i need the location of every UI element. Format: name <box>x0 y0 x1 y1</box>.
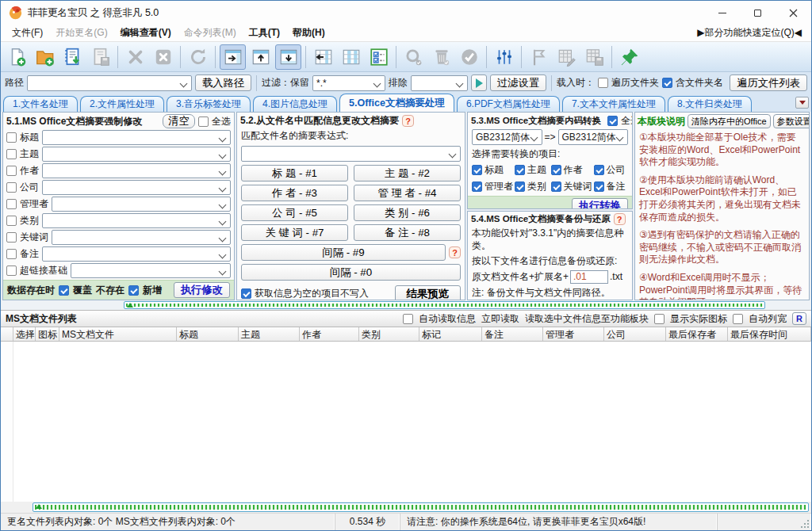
column-header-icon[interactable]: 图标 <box>36 327 59 341</box>
convert-title-checkbox[interactable] <box>472 165 482 175</box>
title-checkbox[interactable] <box>6 132 17 143</box>
quick-locate-label[interactable]: ▶部分功能快速定位(Q)◀ <box>697 26 806 40</box>
traverse-folders-label[interactable]: 遍历文件夹 <box>611 76 659 90</box>
recycle-button[interactable] <box>428 44 454 70</box>
category-checkbox[interactable] <box>6 216 17 226</box>
insert-gap0-button[interactable]: 间隔 - #0 <box>241 264 461 281</box>
column-header-company[interactable]: 公司 <box>604 327 666 341</box>
execute-convert-button[interactable]: 执行转换 <box>572 198 628 209</box>
convert-comments-checkbox[interactable] <box>594 181 604 192</box>
pin-button[interactable] <box>616 44 642 70</box>
keywords-combobox[interactable] <box>52 230 231 245</box>
column-header-last-save-time[interactable]: 最后保存时间 <box>728 327 811 341</box>
auto-column-width-label[interactable]: 自动列宽 <box>749 312 787 326</box>
filters-button[interactable] <box>491 44 517 70</box>
minimize-button[interactable] <box>704 1 740 25</box>
subject-combobox[interactable] <box>42 147 231 162</box>
path-combobox[interactable] <box>27 75 192 91</box>
parameter-settings-button[interactable]: 参数设置 <box>773 114 810 128</box>
menu-edit-view[interactable]: 编辑查看(V) <box>114 25 178 41</box>
table-horizontal-scrollbar[interactable] <box>33 502 809 512</box>
hyperlink-base-combobox[interactable] <box>71 263 231 278</box>
column-header-title[interactable]: 标题 <box>177 327 239 341</box>
panel-up-button[interactable] <box>247 44 274 70</box>
close-button[interactable] <box>776 1 811 25</box>
read-now-link[interactable]: 立即读取 <box>481 312 519 326</box>
columns-left-button[interactable] <box>310 44 336 70</box>
comments-combobox[interactable] <box>42 246 231 262</box>
convert-category-checkbox[interactable] <box>515 181 525 192</box>
convert-company-checkbox[interactable] <box>594 165 604 175</box>
tab-filename[interactable]: 1.文件名处理 <box>3 96 78 112</box>
hyperlink-base-checkbox[interactable] <box>6 266 17 276</box>
column-header-author[interactable]: 作者 <box>300 327 359 341</box>
insert-company-button[interactable]: 公 司 - #5 <box>241 204 348 221</box>
overwrite-checkbox-5-1[interactable] <box>59 285 69 296</box>
edit-table-button[interactable] <box>553 44 580 70</box>
include-folder-name-checkbox[interactable] <box>662 78 672 88</box>
search-button[interactable] <box>400 44 427 70</box>
tab-music-tags[interactable]: 3.音乐标签处理 <box>167 96 251 112</box>
insert-subject-button[interactable]: 主 题 - #2 <box>354 165 461 181</box>
preview-button[interactable]: 结果预览 <box>395 285 461 300</box>
panel-right-button[interactable] <box>220 44 246 70</box>
column-header-select[interactable]: 选择 <box>13 327 36 341</box>
help-icon-5-2[interactable]: ? <box>402 115 414 127</box>
author-checkbox[interactable] <box>6 166 17 176</box>
apply-filter-button[interactable] <box>471 74 487 91</box>
menu-file[interactable]: 文件(F) <box>6 25 49 41</box>
panels-scrollbar-thumb[interactable] <box>126 304 763 307</box>
menu-tools[interactable]: 工具(T) <box>243 25 286 41</box>
import-list-button[interactable] <box>59 44 86 70</box>
execute-modify-button-5-1[interactable]: 执行修改 <box>174 282 230 298</box>
traverse-folders-checkbox[interactable] <box>598 78 608 88</box>
expression-combobox[interactable] <box>241 146 461 162</box>
tab-file-attributes[interactable]: 2.文件属性处理 <box>80 96 164 112</box>
remove-all-button[interactable] <box>150 44 176 70</box>
backup-suffix-input[interactable] <box>570 270 608 284</box>
convert-keywords-checkbox[interactable] <box>551 181 561 192</box>
menu-help[interactable]: 帮助(H) <box>286 25 331 41</box>
column-header-comments[interactable]: 备注 <box>482 327 543 341</box>
convert-manager-item[interactable]: 管理者 <box>472 180 513 193</box>
convert-comments-item[interactable]: 备注 <box>594 180 629 193</box>
category-combobox[interactable] <box>42 213 231 228</box>
save-table-button[interactable] <box>581 44 607 70</box>
columns-button[interactable] <box>338 44 364 70</box>
column-header-file[interactable]: MS文档文件 <box>59 327 177 341</box>
insert-comments-button[interactable]: 备 注 - #8 <box>354 224 461 241</box>
show-real-icons-checkbox[interactable] <box>654 314 665 324</box>
add-new-checkbox-5-1[interactable] <box>128 285 139 296</box>
maximize-button[interactable] <box>740 1 776 25</box>
select-all-label-5-1[interactable]: 全选 <box>212 115 231 128</box>
traverse-file-list-button[interactable]: 遍历文件列表 <box>730 74 807 91</box>
show-real-icons-label[interactable]: 显示实际图标 <box>670 312 727 326</box>
convert-subject-checkbox[interactable] <box>515 165 525 175</box>
auto-read-label[interactable]: 自动读取信息 <box>419 312 476 326</box>
exclude-filter-combobox[interactable] <box>411 75 468 91</box>
flag-button[interactable] <box>526 44 552 70</box>
comments-checkbox[interactable] <box>6 249 17 259</box>
file-table-body[interactable] <box>1 342 811 502</box>
convert-company-item[interactable]: 公司 <box>594 163 629 177</box>
check-all-button[interactable] <box>456 44 482 70</box>
help-icon-5-4[interactable]: ? <box>614 213 626 225</box>
insert-title-button[interactable]: 标 题 - #1 <box>241 165 348 181</box>
column-header-category[interactable]: 类别 <box>359 327 419 341</box>
keywords-checkbox[interactable] <box>6 232 17 243</box>
column-header-last-saver[interactable]: 最后保存者 <box>666 327 728 341</box>
panel-down-button[interactable] <box>275 44 301 70</box>
to-encoding-combobox[interactable]: GB2312简体 <box>558 129 629 145</box>
tab-pdf-attributes[interactable]: 6.PDF文档属性处理 <box>457 96 560 112</box>
clear-office-memory-button[interactable]: 清除内存中的Office <box>688 114 771 128</box>
table-scrollbar-thumb[interactable] <box>35 505 806 510</box>
title-combobox[interactable] <box>42 130 231 145</box>
column-header-subject[interactable]: 主题 <box>239 327 300 341</box>
read-selected-link[interactable]: 读取选中文件信息至功能板块 <box>525 312 649 326</box>
insert-category-button[interactable]: 类 别 - #6 <box>354 204 461 221</box>
convert-author-item[interactable]: 作者 <box>551 163 592 177</box>
filter-settings-button[interactable]: 过滤设置 <box>490 74 546 91</box>
subject-checkbox[interactable] <box>6 149 17 159</box>
panels-horizontal-scrollbar[interactable] <box>124 301 765 309</box>
checklist-button[interactable] <box>366 44 392 70</box>
